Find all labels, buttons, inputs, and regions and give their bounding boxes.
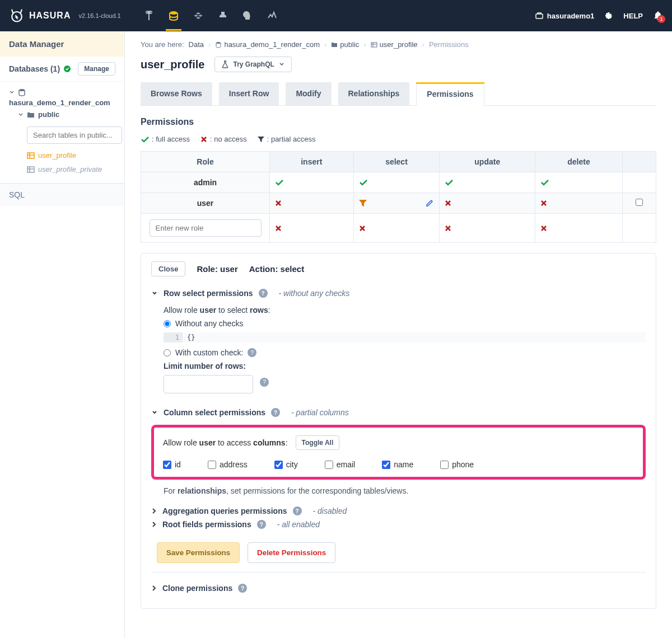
notif-badge: 1 bbox=[657, 15, 665, 23]
col-checkbox-phone[interactable]: phone bbox=[440, 460, 474, 469]
search-tables-input[interactable] bbox=[27, 126, 122, 144]
manage-button[interactable]: Manage bbox=[78, 62, 115, 76]
gear-icon[interactable] bbox=[604, 11, 613, 20]
new-delete[interactable] bbox=[535, 214, 623, 243]
nav-monitoring-icon[interactable] bbox=[267, 10, 278, 21]
column-permissions-header[interactable]: Column select permissions ? - partial co… bbox=[151, 405, 646, 420]
user-delete[interactable] bbox=[535, 193, 623, 214]
code-content: {} bbox=[183, 332, 646, 343]
toggle-all-button[interactable]: Toggle All bbox=[296, 435, 340, 450]
col-allow-text: Allow role user to access columns: bbox=[163, 438, 288, 447]
filter-icon bbox=[358, 199, 367, 208]
tab-permissions[interactable]: Permissions bbox=[416, 82, 484, 106]
help-link[interactable]: HELP bbox=[623, 12, 643, 20]
crumb-schema[interactable]: public bbox=[331, 40, 359, 49]
svg-point-4 bbox=[64, 65, 71, 72]
svg-rect-7 bbox=[27, 167, 34, 172]
radio-without-checks-input[interactable] bbox=[164, 320, 171, 327]
schema-name: public bbox=[38, 110, 59, 119]
help-icon[interactable]: ? bbox=[259, 289, 268, 298]
root-fields-permissions-header[interactable]: Root fields permissions ? - all enabled bbox=[151, 518, 646, 531]
crumb-table[interactable]: user_profile bbox=[371, 40, 418, 49]
crumb-db[interactable]: hasura_demo_1_render_com bbox=[215, 40, 320, 49]
chevron-down-icon bbox=[151, 409, 158, 416]
radio-custom-check[interactable]: With custom check: ? bbox=[164, 348, 646, 357]
cross-icon bbox=[540, 224, 548, 232]
cross-icon bbox=[274, 224, 282, 232]
nav-actions-icon[interactable] bbox=[193, 10, 204, 21]
db-name[interactable]: hasura_demo_1_render_com bbox=[9, 98, 124, 107]
user-update[interactable] bbox=[440, 193, 535, 214]
new-insert[interactable] bbox=[270, 214, 354, 243]
chevron-down-icon bbox=[18, 112, 24, 118]
table-item-user-profile[interactable]: user_profile bbox=[27, 148, 124, 162]
help-icon[interactable]: ? bbox=[260, 378, 269, 387]
clone-permissions-header[interactable]: Clone permissions ? bbox=[151, 581, 646, 595]
table-icon bbox=[27, 152, 35, 159]
nav-api-icon[interactable] bbox=[143, 10, 155, 21]
help-icon[interactable]: ? bbox=[248, 348, 256, 357]
hasura-logo-icon bbox=[9, 8, 25, 24]
nav-events-icon[interactable] bbox=[242, 10, 253, 21]
col-checkbox-id[interactable]: id bbox=[163, 460, 181, 469]
limit-rows-input[interactable] bbox=[164, 375, 253, 393]
sql-link[interactable]: SQL bbox=[0, 183, 124, 206]
user-select[interactable] bbox=[353, 193, 440, 214]
new-select[interactable] bbox=[353, 214, 440, 243]
crumb-current: Permissions bbox=[429, 40, 469, 49]
tab-insert-row[interactable]: Insert Row bbox=[219, 82, 279, 105]
col-checkbox-email[interactable]: email bbox=[325, 460, 355, 469]
col-checkbox-address[interactable]: address bbox=[208, 460, 248, 469]
nav-data-icon[interactable] bbox=[168, 10, 179, 21]
admin-insert[interactable] bbox=[270, 172, 354, 193]
new-role-input[interactable] bbox=[150, 219, 262, 237]
help-icon[interactable]: ? bbox=[238, 584, 247, 593]
crumb-data[interactable]: Data bbox=[189, 40, 204, 49]
check-icon bbox=[358, 179, 368, 186]
schema-node[interactable]: public bbox=[18, 107, 124, 122]
db-node[interactable] bbox=[9, 85, 124, 100]
sidebar: Data Manager Databases (1) Manage hasura… bbox=[0, 31, 125, 638]
tab-browse-rows[interactable]: Browse Rows bbox=[141, 82, 212, 105]
aggregation-permissions-header[interactable]: Aggregation queries permissions ? - disa… bbox=[151, 504, 646, 518]
relationships-note: For relationships, set permissions for t… bbox=[164, 486, 646, 495]
row-permissions-header[interactable]: Row select permissions ? - without any c… bbox=[151, 285, 646, 301]
col-checkbox-city[interactable]: city bbox=[274, 460, 298, 469]
tab-modify[interactable]: Modify bbox=[286, 82, 331, 105]
nav-remote-icon[interactable] bbox=[217, 10, 228, 21]
project-name: hasurademo1 bbox=[547, 12, 595, 20]
col-checkbox-name[interactable]: name bbox=[382, 460, 413, 469]
databases-header[interactable]: Databases (1) bbox=[9, 64, 71, 73]
version-text: v2.16.1-cloud.1 bbox=[78, 12, 120, 19]
folder-icon bbox=[27, 111, 35, 118]
save-permissions-button[interactable]: Save Permissions bbox=[157, 542, 240, 563]
user-insert[interactable] bbox=[270, 193, 354, 214]
help-icon[interactable]: ? bbox=[293, 506, 302, 515]
row-allow-text: Allow role user to select rows: bbox=[164, 306, 646, 315]
close-button[interactable]: Close bbox=[151, 261, 185, 276]
project-selector[interactable]: hasurademo1 bbox=[535, 11, 595, 20]
notifications-icon[interactable]: 1 bbox=[653, 11, 663, 21]
limit-rows-label: Limit number of rows: bbox=[164, 362, 646, 370]
chevron-right-icon bbox=[151, 521, 157, 528]
delete-permissions-button[interactable]: Delete Permissions bbox=[248, 542, 335, 563]
try-graphql-button[interactable]: Try GraphQL bbox=[214, 57, 291, 72]
help-icon[interactable]: ? bbox=[257, 520, 266, 529]
logo[interactable]: HASURA v2.16.1-cloud.1 bbox=[9, 8, 121, 24]
admin-delete[interactable] bbox=[535, 172, 623, 193]
new-update[interactable] bbox=[440, 214, 535, 243]
cross-icon bbox=[358, 224, 366, 232]
chevron-down-icon bbox=[279, 62, 284, 67]
radio-custom-check-input[interactable] bbox=[164, 349, 171, 356]
cross-icon bbox=[540, 199, 548, 207]
tab-relationships[interactable]: Relationships bbox=[338, 82, 410, 105]
user-bulk-checkbox[interactable] bbox=[636, 199, 643, 206]
help-icon[interactable]: ? bbox=[271, 408, 280, 417]
folder-icon bbox=[331, 42, 338, 48]
table-item-user-profile-private[interactable]: user_profile_private bbox=[27, 162, 124, 176]
radio-without-checks[interactable]: Without any checks bbox=[164, 319, 646, 328]
admin-select[interactable] bbox=[353, 172, 440, 193]
admin-update[interactable] bbox=[440, 172, 535, 193]
table-label: user_profile_private bbox=[38, 165, 102, 173]
code-line-number: 1 bbox=[164, 332, 183, 343]
